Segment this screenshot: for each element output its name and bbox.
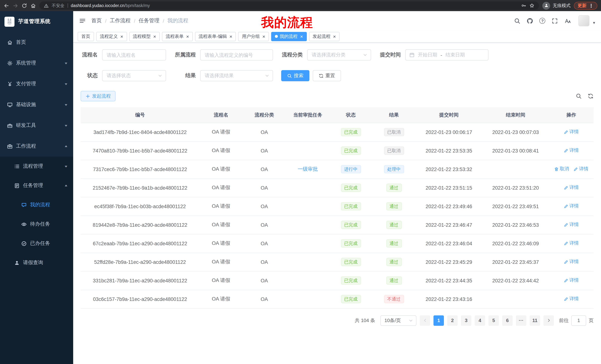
sidebar-item-label: 基础设施 xyxy=(16,101,36,108)
prev-page-button[interactable] xyxy=(420,315,430,326)
detail-link[interactable]: 详情 xyxy=(564,296,579,302)
browser-forward-icon[interactable] xyxy=(13,3,18,8)
page-button-6[interactable]: 6 xyxy=(502,315,513,326)
sidebar-item-system-mgmt[interactable]: 系统管理 ▾ xyxy=(0,53,73,74)
page-button-5[interactable]: 5 xyxy=(489,315,499,326)
cancel-link[interactable]: 取消 xyxy=(554,166,569,172)
filter-row-1: 流程名 所属流程 流程分类 请选择流程分类 提交时间 xyxy=(80,49,594,60)
detail-link[interactable]: 详情 xyxy=(564,147,579,154)
cell-result: 处理中 xyxy=(372,160,416,179)
toggle-search-icon[interactable] xyxy=(576,93,582,99)
help-icon[interactable]: ? xyxy=(540,18,545,24)
detail-link[interactable]: 详情 xyxy=(564,277,579,284)
status-select[interactable]: 请选择状态 xyxy=(102,70,166,81)
sidebar-item-home[interactable]: 首页 xyxy=(0,32,73,53)
address-bar[interactable]: 不安全 dashboard.yudao.iocoder.cn/bpm/task/… xyxy=(39,1,539,10)
cell-process-name: OA 请假 xyxy=(200,253,242,271)
page-button-4[interactable]: 4 xyxy=(475,315,485,326)
breadcrumb-item[interactable]: 任务管理 xyxy=(139,18,160,24)
update-button[interactable]: 更新 ⋮ xyxy=(574,2,597,10)
tab-start-process[interactable]: 发起流程 × xyxy=(309,32,340,41)
submit-time-range-picker[interactable]: 开始日期 - 结束日期 xyxy=(405,49,489,60)
sidebar-item-payment-mgmt[interactable]: 支付管理 ▾ xyxy=(0,74,73,94)
page-button-2[interactable]: 2 xyxy=(447,315,458,326)
browser-home-icon[interactable] xyxy=(30,3,36,8)
cell-status: 已完成 xyxy=(330,179,372,197)
page-button-3[interactable]: 3 xyxy=(461,315,471,326)
process-definition-input[interactable] xyxy=(200,49,273,60)
task-link[interactable]: 一级审批 xyxy=(298,166,318,172)
search-icon[interactable] xyxy=(514,18,521,24)
app-logo[interactable]: 芋道管理系统 xyxy=(0,11,73,32)
page-button-11[interactable]: 11 xyxy=(530,315,540,326)
cell-actions: 详情 xyxy=(549,253,594,271)
not-secure-label: 不安全 xyxy=(52,3,64,8)
sidebar-item-task-mgmt[interactable]: 任务管理 ▾ xyxy=(0,176,73,195)
sidebar-item-process-mgmt[interactable]: 流程管理 ▾ xyxy=(0,157,73,176)
create-process-button[interactable]: 发起流程 xyxy=(80,91,116,101)
tab-my-process[interactable]: 我的流程 × xyxy=(271,32,307,41)
detail-link[interactable]: 详情 xyxy=(564,259,579,265)
detail-link[interactable]: 详情 xyxy=(564,222,579,228)
sidebar-item-workflow[interactable]: 工作流程 ▾ xyxy=(0,136,73,157)
cell-current-task xyxy=(286,253,330,271)
cell-current-task xyxy=(286,271,330,290)
sidebar-item-done-tasks[interactable]: 已办任务 xyxy=(0,234,73,253)
fullscreen-icon[interactable] xyxy=(552,18,558,24)
hamburger-icon[interactable] xyxy=(79,18,86,24)
chevron-down-icon[interactable]: ▾ xyxy=(593,20,595,26)
close-icon[interactable]: × xyxy=(333,34,336,39)
table-body: 3ad174fb-7b9d-11ec-8404-acde48001122 OA … xyxy=(80,123,594,308)
category-select[interactable]: 请选择流程分类 xyxy=(307,49,371,60)
tab-process-definition[interactable]: 流程定义 × xyxy=(96,32,127,41)
close-icon[interactable]: × xyxy=(230,34,232,39)
cell-id: 2152467e-7b9b-11ec-9a1b-acde48001122 xyxy=(80,179,200,197)
detail-link[interactable]: 详情 xyxy=(564,185,579,191)
detail-link[interactable]: 详情 xyxy=(573,166,588,172)
result-select[interactable]: 请选择流结果 xyxy=(200,70,273,81)
close-icon[interactable]: × xyxy=(153,34,156,39)
cell-actions: 详情 xyxy=(549,197,594,216)
font-size-icon[interactable] xyxy=(564,18,572,24)
tab-label: 我的流程 xyxy=(280,33,298,39)
chevron-down-icon: ▾ xyxy=(65,123,68,127)
close-icon[interactable]: × xyxy=(186,34,189,39)
sidebar-item-todo-tasks[interactable]: 待办任务 xyxy=(0,214,73,234)
tab-process-form[interactable]: 流程表单 × xyxy=(162,32,193,41)
page-button-1[interactable]: 1 xyxy=(433,315,444,326)
cell-category: OA xyxy=(242,216,286,234)
tab-process-form-edit[interactable]: 流程表单-编辑 × xyxy=(195,32,236,41)
breadcrumb-item[interactable]: 首页 xyxy=(91,18,102,24)
tab-user-group[interactable]: 用户分组 × xyxy=(238,32,269,41)
sidebar-item-infrastructure[interactable]: 基础设施 ▾ xyxy=(0,94,73,115)
tab-label: 流程定义 xyxy=(100,33,118,39)
browser-reload-icon[interactable] xyxy=(21,3,27,8)
reset-button[interactable]: 重置 xyxy=(313,70,341,81)
avatar[interactable] xyxy=(579,15,590,26)
bookmark-star-icon[interactable] xyxy=(529,3,534,8)
page-button-···[interactable]: ··· xyxy=(516,315,526,326)
browser-back-icon[interactable] xyxy=(4,3,9,8)
process-name-input[interactable] xyxy=(102,49,166,60)
tab-home[interactable]: 首页 xyxy=(78,32,94,41)
sidebar-item-my-process[interactable]: 我的流程 xyxy=(0,195,73,214)
sidebar-item-leave-query[interactable]: 请假查询 xyxy=(0,253,73,272)
detail-link[interactable]: 详情 xyxy=(564,240,579,247)
detail-link[interactable]: 详情 xyxy=(564,129,579,135)
close-icon[interactable]: × xyxy=(262,34,265,39)
cell-result: 通过 xyxy=(372,271,416,290)
goto-page-input[interactable] xyxy=(571,315,586,326)
search-button[interactable]: 搜索 xyxy=(281,70,310,81)
next-page-button[interactable] xyxy=(543,315,554,326)
close-icon[interactable]: × xyxy=(300,34,303,39)
sidebar-item-dev-tools[interactable]: 研发工具 ▾ xyxy=(0,115,73,136)
refresh-table-icon[interactable] xyxy=(588,93,594,99)
breadcrumb-item[interactable]: 工作流程 xyxy=(110,18,130,24)
tab-process-model[interactable]: 流程模型 × xyxy=(129,32,160,41)
password-key-icon[interactable] xyxy=(521,3,526,8)
browser-menu-icon[interactable]: ⋮ xyxy=(589,3,594,8)
close-icon[interactable]: × xyxy=(120,34,123,39)
detail-link[interactable]: 详情 xyxy=(564,203,579,210)
github-icon[interactable] xyxy=(527,18,533,24)
page-size-select[interactable]: 10条/页 xyxy=(380,315,416,326)
